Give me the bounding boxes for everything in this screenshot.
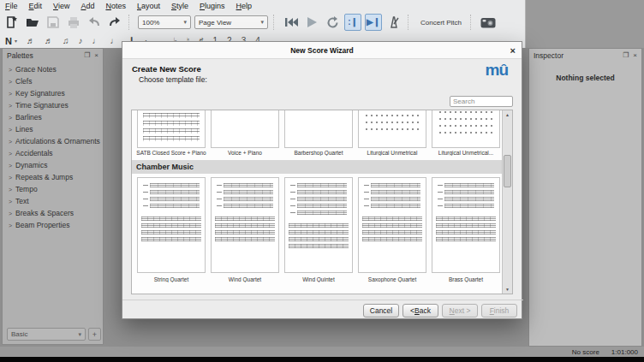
undo-button[interactable] [86, 14, 103, 31]
template-card-liturgical-unmetrical[interactable] [358, 110, 426, 148]
template-card-wind-quintet[interactable] [284, 177, 353, 273]
palette-item-key-signatures[interactable]: >Key Signatures [3, 87, 103, 99]
menu-file[interactable]: File [5, 2, 18, 10]
play-repeats-toggle[interactable]: :❙ [344, 14, 361, 31]
template-label: Wind Quintet [283, 276, 355, 282]
metronome-icon [388, 16, 400, 28]
template-card-barbershop-quartet[interactable] [284, 110, 353, 148]
redo-button[interactable] [106, 14, 123, 31]
note-eighth-button[interactable]: ♪ [78, 37, 82, 45]
palette-item-label: Tempo [15, 185, 38, 193]
twisty-icon: > [9, 175, 12, 181]
palette-item-accidentals[interactable]: >Accidentals [3, 147, 103, 159]
note-16th-button[interactable]: ♫ [63, 37, 69, 45]
palette-item-tempo[interactable]: >Tempo [3, 183, 103, 195]
palette-item-breaks-spacers[interactable]: >Breaks & Spacers [3, 207, 103, 219]
palette-item-label: Accidentals [15, 149, 52, 157]
toolbar-separator [408, 15, 412, 30]
template-card-liturgical-unmetrical-2[interactable] [432, 110, 500, 148]
next-button[interactable]: Next > [442, 304, 478, 317]
template-label: Liturgical Unmetrical... [430, 150, 502, 156]
finish-button[interactable]: Finish [481, 304, 517, 317]
menu-help[interactable]: Help [236, 2, 253, 10]
menu-view[interactable]: View [53, 2, 69, 10]
twisty-icon: > [9, 151, 12, 157]
musescore-window: File Edit View Add Notes Layout Style Pl… [0, 0, 644, 362]
scrollbar-thumb[interactable] [504, 155, 511, 187]
back-button[interactable]: < Back [402, 304, 438, 317]
menu-add[interactable]: Add [80, 2, 94, 10]
palette-item-label: Grace Notes [15, 65, 57, 74]
scroll-down-icon[interactable]: ▼ [503, 285, 512, 294]
print-button[interactable] [65, 14, 82, 31]
dialog-titlebar[interactable]: New Score Wizard × [122, 42, 522, 59]
note-half-button[interactable]: ♩ [110, 37, 118, 45]
palette-item-label: Lines [15, 125, 33, 134]
template-search-input[interactable] [450, 96, 513, 107]
loop-icon [326, 16, 339, 29]
palettes-title: Palettes [7, 51, 33, 60]
note-64th-button[interactable]: ♬ [27, 37, 35, 45]
palette-preset-select[interactable]: Basic ▾ [7, 328, 86, 341]
save-button[interactable] [45, 14, 62, 31]
zoom-select[interactable]: 100% ▾ [138, 15, 191, 29]
template-card-satb-closed-piano[interactable] [137, 110, 206, 148]
palette-item-lines[interactable]: >Lines [3, 123, 103, 135]
menu-layout[interactable]: Layout [137, 2, 160, 10]
concert-pitch-toggle[interactable]: Concert Pitch [417, 19, 465, 27]
palette-item-beam-properties[interactable]: >Beam Properties [3, 219, 103, 231]
close-panel-icon[interactable]: × [633, 52, 637, 59]
template-card-wind-quartet[interactable] [211, 177, 279, 273]
loop-playback-button[interactable] [324, 14, 341, 31]
metronome-button[interactable] [385, 14, 402, 31]
note-input-mode-button[interactable]: N [5, 36, 12, 46]
template-card-saxophone-quartet[interactable] [358, 177, 426, 273]
image-capture-button[interactable] [480, 14, 497, 31]
palette-item-label: Breaks & Spacers [15, 209, 74, 217]
rewind-button[interactable] [283, 14, 300, 31]
play-button[interactable] [303, 14, 320, 31]
palette-item-dynamics[interactable]: >Dynamics [3, 159, 103, 171]
template-label: Liturgical Unmetrical [356, 150, 428, 156]
palette-item-grace-notes[interactable]: >Grace Notes [3, 63, 103, 75]
menu-edit[interactable]: Edit [29, 2, 43, 10]
menu-bar: File Edit View Add Notes Layout Style Pl… [0, 0, 525, 11]
palette-item-articulations[interactable]: >Articulations & Ornaments [3, 135, 103, 147]
redo-icon [108, 15, 122, 29]
template-label: Saxophone Quartet [356, 276, 428, 282]
open-file-button[interactable] [24, 14, 41, 31]
view-mode-select[interactable]: Page View ▾ [194, 15, 268, 29]
play-icon [306, 16, 318, 28]
template-card-string-quartet[interactable] [137, 177, 206, 273]
cancel-button[interactable]: Cancel [363, 304, 399, 317]
main-toolbar: 100% ▾ Page View ▾ [0, 11, 525, 33]
toolbar-separator [273, 15, 277, 30]
palette-item-label: Repeats & Jumps [15, 173, 73, 181]
palette-item-clefs[interactable]: >Clefs [3, 75, 103, 87]
template-card-brass-quartet[interactable] [432, 177, 500, 273]
note-quarter-button[interactable]: ♩ [92, 37, 100, 45]
menu-plugins[interactable]: Plugins [200, 2, 225, 10]
musescore-logo: mû [486, 61, 509, 80]
note-32nd-button[interactable]: ♬ [45, 37, 53, 45]
palette-item-time-signatures[interactable]: >Time Signatures [3, 99, 103, 111]
pan-playback-toggle[interactable]: ▶❙ [365, 14, 382, 31]
twisty-icon: > [9, 115, 12, 121]
template-list-scrollbar[interactable]: ▲ ▼ [502, 110, 512, 294]
template-label: Brass Quartet [430, 276, 502, 282]
palette-item-text[interactable]: >Text [3, 195, 103, 207]
menu-notes[interactable]: Notes [105, 2, 126, 10]
close-panel-icon[interactable]: × [94, 52, 98, 59]
template-label: Voice + Piano [209, 150, 281, 156]
new-score-button[interactable] [3, 14, 21, 31]
palette-item-barlines[interactable]: >Barlines [3, 111, 103, 123]
scroll-up-icon[interactable]: ▲ [503, 110, 512, 119]
palette-item-repeats-jumps[interactable]: >Repeats & Jumps [3, 171, 103, 183]
template-card-voice-piano[interactable] [211, 110, 279, 148]
chevron-down-icon: ▾ [183, 19, 187, 26]
dialog-close-button[interactable]: × [510, 42, 516, 59]
float-panel-icon[interactable]: ❐ [623, 52, 629, 59]
menu-style[interactable]: Style [171, 2, 188, 10]
float-panel-icon[interactable]: ❐ [84, 52, 90, 59]
add-palette-button[interactable]: + [88, 328, 101, 341]
